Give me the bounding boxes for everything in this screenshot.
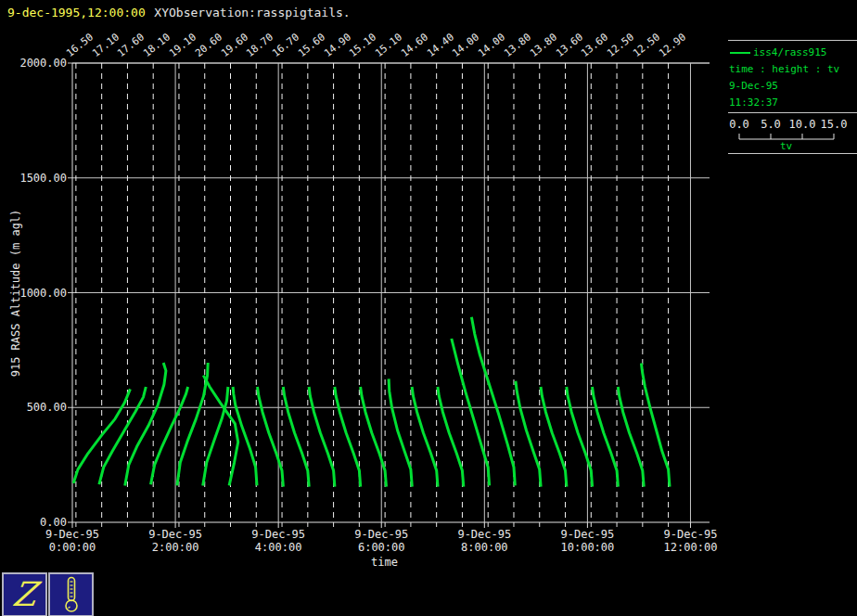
legend-bottom-divider	[728, 153, 857, 154]
profile-curve-14.00	[438, 387, 464, 487]
y-tick-label: 0.00	[2, 516, 67, 529]
profile-curve-16.70	[258, 387, 284, 487]
tv-scale-number: 10.0	[789, 118, 816, 131]
app-window: 9-dec-1995,12:00:00 XYObservation:rasspi…	[0, 0, 857, 616]
y-tick-label: 500.00	[2, 401, 67, 414]
profile-curve-19.10	[177, 363, 208, 485]
profile-curve-12.90	[641, 364, 670, 487]
legend-subtitle: time : height : tv	[729, 63, 839, 75]
legend-top-divider	[728, 40, 857, 41]
tv-scale-number: 0.0	[729, 118, 749, 131]
tv-scale-number: 15.0	[821, 118, 848, 131]
x-tick-label: 9-Dec-95 12:00:00	[646, 528, 735, 554]
legend-date: 9-Dec-95	[729, 80, 778, 92]
profile-curve-14.40	[412, 387, 438, 487]
profile-curve-15.10	[335, 387, 361, 487]
profile-curve-17.10	[99, 387, 146, 484]
y-tick-label: 2000.00	[2, 57, 67, 70]
profile-curve-15.60	[283, 387, 309, 487]
x-tick-label: 9-Dec-95 4:00:00	[234, 528, 323, 554]
profile-curve-14.00	[452, 339, 490, 485]
temperature-tool-button[interactable]	[48, 572, 94, 616]
profile-curve-14.90	[309, 387, 335, 487]
y-axis-title: 915 RASS Altitude (m agl)	[9, 210, 22, 378]
profile-curve-20.60	[203, 387, 228, 485]
thermometer-icon	[60, 576, 83, 613]
profile-curve-13.80	[516, 381, 541, 487]
profile-curve-12.50	[618, 387, 644, 487]
x-tick-label: 9-Dec-95 2:00:00	[131, 528, 220, 554]
profile-curve-18.10	[151, 387, 188, 484]
legend-series-line-sample	[730, 52, 750, 54]
legend-series-name: iss4/rass915	[753, 46, 826, 58]
profile-curve-13.60	[541, 387, 567, 487]
y-tick-label: 1500.00	[2, 172, 67, 185]
zoom-button[interactable]: Z	[2, 572, 47, 616]
x-tick-label: 9-Dec-95 0:00:00	[28, 528, 117, 554]
legend-time: 11:32:37	[729, 96, 778, 109]
profile-curve-13.80	[471, 317, 515, 486]
tv-scale-number: 5.0	[761, 118, 781, 131]
x-tick-label: 9-Dec-95 10:00:00	[543, 528, 632, 554]
pigtail-plot-area	[0, 0, 857, 616]
profile-curve-15.10	[361, 387, 387, 487]
profile-curve-12.50	[593, 387, 619, 487]
profile-curve-14.60	[389, 379, 412, 486]
tv-scale-label: tv	[780, 140, 792, 152]
x-tick-label: 9-Dec-95 6:00:00	[337, 528, 426, 554]
x-tick-label: 9-Dec-95 8:00:00	[440, 528, 529, 554]
profile-curve-17.60	[125, 363, 166, 485]
zoom-z-glyph: Z	[10, 578, 38, 611]
x-axis-title: time	[371, 556, 398, 569]
profile-curve-13.60	[567, 387, 593, 487]
legend-mid-divider	[728, 112, 857, 113]
